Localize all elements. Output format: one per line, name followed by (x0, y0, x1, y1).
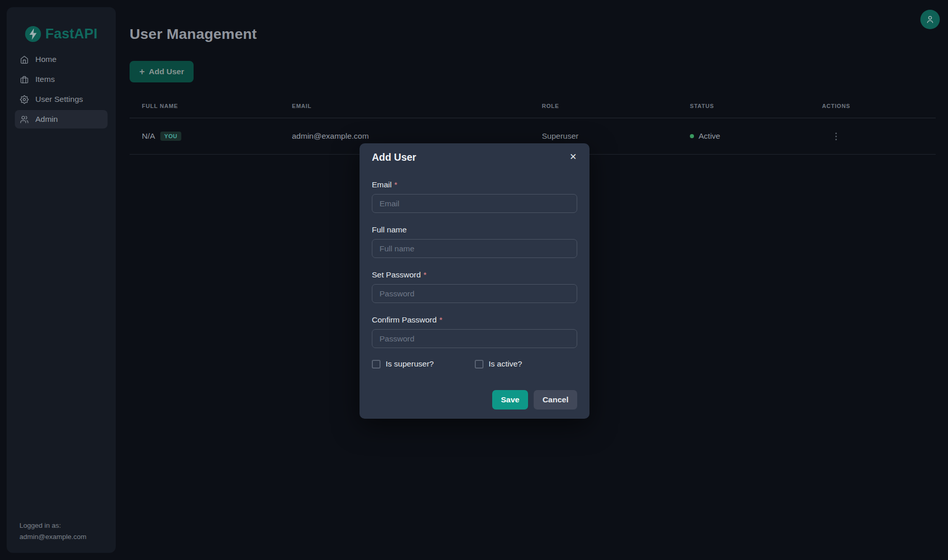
email-label: Email* (372, 180, 577, 189)
close-icon[interactable]: ✕ (565, 148, 581, 165)
full-name-label: Full name (372, 225, 577, 234)
set-password-input[interactable] (372, 284, 577, 303)
app-root: FastAPI Home Items User Settings (0, 0, 948, 560)
cancel-button[interactable]: Cancel (534, 390, 577, 410)
set-password-field-group: Set Password* (372, 270, 577, 303)
is-superuser-checkbox[interactable]: Is superuser? (372, 359, 434, 369)
save-button[interactable]: Save (492, 390, 528, 410)
add-user-modal: Add User ✕ Email* Full name Set Password… (360, 143, 589, 419)
modal-footer: Save Cancel (372, 390, 577, 410)
confirm-password-label: Confirm Password* (372, 315, 577, 325)
confirm-password-input[interactable] (372, 329, 577, 348)
is-active-label: Is active? (489, 359, 522, 369)
modal-title: Add User (372, 152, 577, 163)
checkbox-icon (475, 360, 483, 369)
checkbox-icon (372, 360, 381, 369)
confirm-password-field-group: Confirm Password* (372, 315, 577, 348)
full-name-input[interactable] (372, 239, 577, 258)
set-password-label: Set Password* (372, 270, 577, 279)
required-asterisk: * (394, 180, 397, 189)
modal-checkbox-row: Is superuser? Is active? (372, 359, 577, 369)
email-field-group: Email* (372, 180, 577, 213)
required-asterisk: * (424, 270, 427, 279)
required-asterisk: * (439, 315, 443, 324)
email-input[interactable] (372, 194, 577, 213)
is-active-checkbox[interactable]: Is active? (475, 359, 522, 369)
is-superuser-label: Is superuser? (386, 359, 434, 369)
full-name-field-group: Full name (372, 225, 577, 258)
